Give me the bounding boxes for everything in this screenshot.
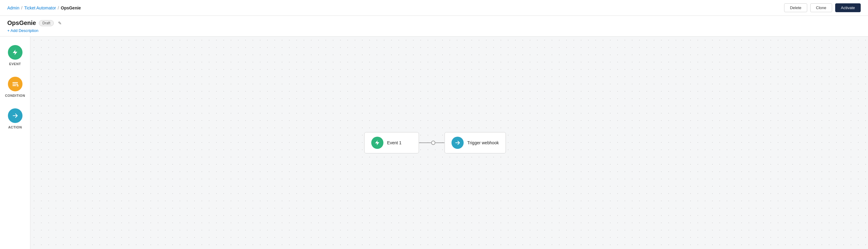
svg-rect-1 — [12, 84, 18, 85]
clone-button[interactable]: Clone — [810, 3, 832, 12]
action-node-label: Trigger webhook — [467, 140, 499, 145]
flow-area: Event 1 Trigger webhook — [364, 132, 506, 154]
title-inner: OpsGenie Draft ✎ — [7, 20, 861, 26]
event-node-label: Event 1 — [387, 140, 401, 145]
event-circle — [8, 45, 23, 60]
connector-line-left — [419, 142, 431, 143]
draft-badge: Draft — [39, 20, 54, 26]
breadcrumb-admin[interactable]: Admin — [7, 5, 20, 10]
edit-icon: ✎ — [58, 21, 62, 26]
breadcrumb: Admin / Ticket Automator / OpsGenie — [7, 5, 81, 10]
action-node-circle — [452, 137, 464, 149]
sidebar-item-action[interactable]: ACTION — [3, 106, 27, 132]
event-node-circle — [371, 137, 383, 149]
title-row: OpsGenie Draft ✎ + Add Description — [0, 16, 868, 36]
breadcrumb-ticket-automator[interactable]: Ticket Automator — [24, 5, 56, 10]
canvas: Event 1 Trigger webhook — [30, 36, 868, 249]
action-node-icon — [454, 139, 461, 146]
sidebar-condition-label: CONDITION — [5, 94, 25, 98]
connector-line-right — [436, 142, 445, 143]
svg-rect-0 — [12, 82, 18, 83]
action-node[interactable]: Trigger webhook — [445, 132, 506, 154]
sidebar-action-label: ACTION — [8, 126, 22, 129]
svg-rect-2 — [12, 85, 16, 86]
sidebar-item-event[interactable]: EVENT — [3, 43, 27, 68]
sidebar: EVENT CONDITION ACTION — [0, 36, 30, 249]
breadcrumb-sep-1: / — [21, 5, 23, 10]
breadcrumb-current: OpsGenie — [61, 5, 81, 10]
main-layout: EVENT CONDITION ACTION — [0, 36, 868, 249]
action-circle — [8, 108, 23, 123]
delete-button[interactable]: Delete — [784, 3, 807, 12]
breadcrumb-sep-2: / — [58, 5, 59, 10]
sidebar-event-label: EVENT — [9, 62, 21, 66]
event-node[interactable]: Event 1 — [364, 132, 419, 154]
top-actions: Delete Clone Activate — [784, 3, 861, 12]
connector-dot — [431, 141, 436, 145]
svg-point-3 — [17, 85, 19, 86]
event-icon — [11, 49, 19, 56]
page-title: OpsGenie — [7, 20, 36, 26]
action-icon — [11, 112, 19, 119]
sidebar-item-condition[interactable]: CONDITION — [3, 74, 27, 100]
top-bar: Admin / Ticket Automator / OpsGenie Dele… — [0, 0, 868, 16]
connector — [419, 141, 445, 145]
activate-button[interactable]: Activate — [835, 3, 861, 12]
add-description-link[interactable]: + Add Description — [7, 28, 38, 33]
event-node-icon — [374, 139, 381, 146]
condition-circle — [8, 77, 23, 91]
condition-icon — [11, 80, 19, 88]
edit-title-button[interactable]: ✎ — [57, 20, 63, 26]
